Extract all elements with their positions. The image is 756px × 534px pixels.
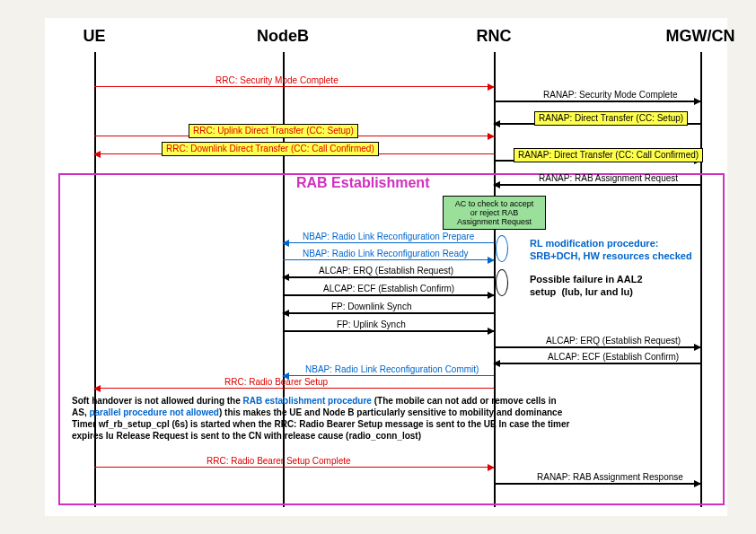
msg-nbap-rl-ready [283,259,494,260]
msg-nbap-rl-commit [283,375,494,376]
msg-label-ranap-rab-assign-resp: RANAP: RAB Assignment Response [537,472,683,483]
msg-label-alcap-erq-2: ALCAP: ERQ (Establish Request) [546,336,681,346]
msg-label-alcap-ecf-1: ALCAP: ECF (Establish Confirm) [323,284,454,294]
msg-label-nbap-rl-prepare: NBAP: Radio Link Reconfiguration Prepare [303,232,474,242]
msg-alcap-erq-1 [283,276,494,278]
rab-establishment-title: RAB Establishment [296,175,429,191]
msg-fp-uplink-synch [283,330,494,332]
msg-fp-downlink-synch [283,312,494,314]
note-aal2-failure: Possible failure in AAL2 setup (Iub, Iur… [530,273,643,298]
msg-rrc-radio-bearer-complete [94,467,494,468]
msg-label-ranap-dt-setup: RANAP: Direct Transfer (CC: Setup) [534,111,688,126]
msg-label-alcap-ecf-2: ALCAP: ECF (Establish Confirm) [548,352,679,363]
msg-label-nbap-rl-ready: NBAP: Radio Link Reconfiguration Ready [303,249,469,259]
msg-label-fp-downlink-synch: FP: Downlink Synch [331,302,411,312]
msg-label-fp-uplink-synch: FP: Uplink Synch [337,320,406,330]
msg-ranap-security-mode-complete [494,101,700,102]
ac-check-text: AC to check to acceptor reject RABAssign… [455,199,534,226]
actor-rnc: RNC [477,27,512,46]
msg-alcap-ecf-2 [494,363,700,364]
msg-label-rrc-radio-bearer-setup: RRC: Radio Bearer Setup [224,377,328,388]
msg-label-rrc-security-mode-complete: RRC: Security Mode Complete [215,75,338,86]
msg-rrc-security-mode-complete [94,86,494,87]
msg-label-ranap-rab-assign-req: RANAP: RAB Assignment Request [539,173,678,184]
soft-handover-paragraph: Soft handover is not allowed during the … [72,395,700,442]
msg-alcap-erq-2 [494,346,700,348]
actor-nodeb: NodeB [257,27,309,46]
note-rl-modification: RL modification procedure: SRB+DCH, HW r… [530,237,692,262]
msg-alcap-ecf-1 [283,294,494,296]
rl-mod-oval-icon [496,235,508,262]
actor-mgwcn: MGW/CN [666,27,735,46]
msg-ranap-rab-assign-req [494,184,700,186]
msg-rrc-radio-bearer-setup [94,388,494,389]
msg-label-rrc-radio-bearer-complete: RRC: Radio Bearer Setup Complete [207,456,351,467]
msg-ranap-rab-assign-resp [494,483,700,485]
aal2-fail-oval-icon [496,269,508,296]
ac-check-box: AC to check to acceptor reject RABAssign… [443,196,546,230]
msg-label-ranap-dt-confirm: RANAP: Direct Transfer (CC: Call Confirm… [514,148,703,162]
msg-label-ranap-security-mode-complete: RANAP: Security Mode Complete [543,90,678,101]
msg-label-alcap-erq-1: ALCAP: ERQ (Establish Request) [319,266,453,276]
msg-label-rrc-downlink-dt-confirm: RRC: Downlink Direct Transfer (CC: Call … [162,142,379,156]
msg-nbap-rl-prepare [283,242,494,243]
msg-label-nbap-rl-commit: NBAP: Radio Link Reconfiguration Commit) [305,364,479,375]
msg-label-rrc-uplink-dt-setup: RRC: Uplink Direct Transfer (CC: Setup) [189,124,358,138]
actor-ue: UE [83,27,105,46]
